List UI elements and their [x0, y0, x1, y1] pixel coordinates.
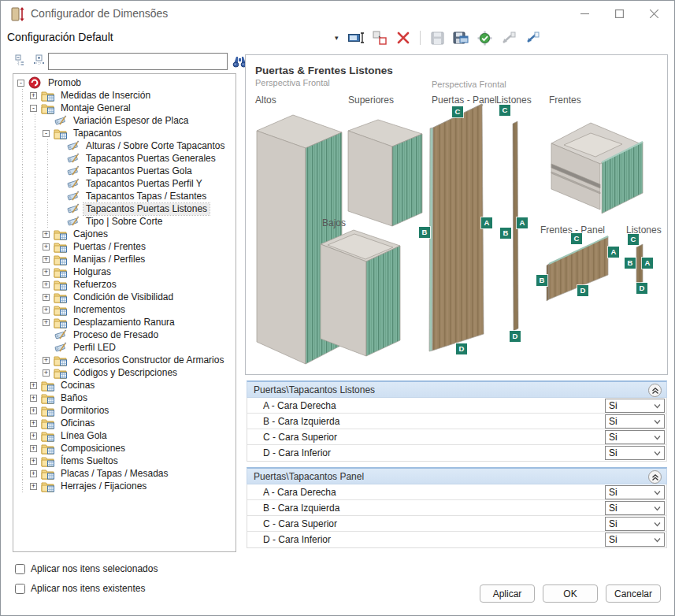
tree-item-herrajes-fijaciones[interactable]: +Herrajes / Fijaciones: [13, 480, 236, 492]
tree-item-label: Variación Espesor de Placa: [71, 115, 191, 127]
property-value-dropdown[interactable]: Si: [605, 517, 665, 531]
tree-item-puertas-frentes[interactable]: +Puertas / Frentes: [13, 240, 236, 253]
apply-selected-items-checkbox[interactable]: Aplicar nos itens selecionados: [15, 563, 158, 574]
tag-icon: [66, 152, 81, 165]
toolbar-separator: [420, 31, 421, 45]
tree-item-refuerzos[interactable]: +Refuerzos: [13, 278, 236, 291]
tree-item-ba-os[interactable]: +Baños: [13, 391, 236, 404]
folder-icon: [41, 379, 56, 391]
expand-all-icon[interactable]: [32, 54, 46, 68]
tree-item-label: Proceso de Fresado: [71, 329, 161, 341]
expand-toggle-icon[interactable]: +: [30, 395, 37, 402]
config-name-combobox[interactable]: Configuración Default: [7, 31, 113, 43]
checkbox-box[interactable]: [15, 584, 25, 594]
duplicate-config-button[interactable]: [371, 29, 388, 46]
collapse-section-button[interactable]: [648, 384, 662, 397]
property-value-dropdown[interactable]: Si: [605, 414, 665, 429]
expand-toggle-icon[interactable]: +: [30, 407, 37, 414]
edge-badge: B: [419, 227, 430, 238]
tree-item-placas-tapas-mesadas[interactable]: +Placas / Tapas / Mesadas: [13, 467, 236, 480]
tree-item-holguras[interactable]: +Holguras: [13, 265, 236, 278]
label-superiores: Superiores: [348, 95, 394, 106]
property-value-dropdown[interactable]: Si: [605, 430, 665, 444]
collapse-toggle-icon[interactable]: -: [17, 80, 24, 87]
tree-item-l-nea-gola[interactable]: +Línea Gola: [13, 429, 236, 442]
tree-item-tapacantos-puertas-generales[interactable]: Tapacantos Puertas Generales: [13, 152, 236, 165]
tree-search-input[interactable]: [48, 53, 228, 70]
tree-item-tapacantos-puertas-perfil-y[interactable]: Tapacantos Puertas Perfil Y: [13, 177, 236, 190]
expand-toggle-icon[interactable]: +: [30, 445, 37, 452]
property-value-dropdown[interactable]: Si: [605, 501, 665, 515]
property-value-dropdown[interactable]: Si: [605, 533, 665, 547]
expand-toggle-icon[interactable]: +: [43, 306, 50, 314]
tree-item-tapacantos[interactable]: -Tapacantos: [13, 127, 236, 139]
tree-item-cajones[interactable]: +Cajones: [13, 228, 236, 240]
property-value-dropdown[interactable]: Si: [605, 446, 665, 460]
expand-toggle-icon[interactable]: +: [43, 369, 50, 377]
expand-toggle-icon[interactable]: +: [43, 281, 50, 288]
tree-item-c-digos-y-descripciones[interactable]: +Códigos y Descripciones: [13, 366, 236, 379]
expand-toggle-icon[interactable]: +: [30, 458, 37, 465]
tree-item-condici-n-de-visibilidad[interactable]: +Condición de Visibilidad: [13, 291, 236, 303]
expand-toggle-icon[interactable]: +: [30, 382, 37, 389]
expand-toggle-icon[interactable]: +: [43, 269, 50, 276]
apply-button[interactable]: Aplicar: [480, 584, 535, 603]
expand-toggle-icon[interactable]: +: [30, 92, 37, 99]
ok-button[interactable]: OK: [543, 584, 598, 603]
rename-config-button[interactable]: [347, 29, 365, 46]
tree-item-oficinas[interactable]: +Oficinas: [13, 417, 236, 429]
edge-badge: A: [481, 217, 492, 228]
apply-config-button[interactable]: [476, 29, 493, 46]
tree-item-dormitorios[interactable]: +Dormitorios: [13, 404, 236, 417]
tree-item-incrementos[interactable]: +Incrementos: [13, 303, 236, 316]
tree-item-composiciones[interactable]: +Composiciones: [13, 442, 236, 455]
maximize-button[interactable]: [602, 1, 636, 26]
expand-toggle-icon[interactable]: +: [43, 294, 50, 301]
expand-toggle-icon[interactable]: +: [43, 357, 50, 364]
apply-existing-items-checkbox[interactable]: Aplicar nos itens existentes: [15, 583, 145, 594]
folder-icon: [41, 417, 56, 429]
import-config-button[interactable]: [523, 29, 540, 46]
property-value-dropdown[interactable]: Si: [605, 399, 665, 413]
property-label: A - Cara Derecha: [247, 400, 336, 411]
edge-badge: B: [625, 258, 636, 269]
expand-toggle-icon[interactable]: +: [30, 420, 37, 427]
expand-toggle-icon[interactable]: +: [30, 432, 37, 440]
tree-item-tapacantos-puertas-listones[interactable]: Tapacantos Puertas Listones: [13, 202, 236, 215]
expand-toggle-icon[interactable]: +: [43, 256, 50, 263]
tree-item-label: Accesorios Constructor de Armarios: [71, 354, 226, 366]
collapse-all-icon[interactable]: [15, 54, 28, 68]
tree-item-promob[interactable]: -Promob: [13, 76, 236, 89]
collapse-toggle-icon[interactable]: -: [43, 130, 50, 137]
tree-item-tipo-sobre-corte[interactable]: Tipo | Sobre Corte: [13, 215, 236, 228]
expand-toggle-icon[interactable]: +: [43, 231, 50, 238]
config-dropdown-caret[interactable]: ▾: [335, 34, 344, 43]
checkbox-box[interactable]: [15, 564, 25, 574]
delete-config-button[interactable]: [395, 29, 412, 46]
tree-item-alturas-sobre-corte-tapacantos[interactable]: Alturas / Sobre Corte Tapacantos: [13, 139, 236, 152]
tree-item-label: Cocinas: [58, 380, 97, 391]
collapse-toggle-icon[interactable]: -: [30, 105, 37, 112]
expand-toggle-icon[interactable]: +: [43, 319, 50, 326]
collapse-section-button[interactable]: [648, 470, 662, 484]
tree-item-medidas-de-inserci-n[interactable]: +Medidas de Inserción: [13, 89, 236, 102]
cancel-button[interactable]: Cancelar: [606, 584, 661, 603]
tree-item-proceso-de-fresado[interactable]: Proceso de Fresado: [13, 328, 236, 341]
tree-item-montaje-general[interactable]: -Montaje General: [13, 102, 236, 114]
minimize-button[interactable]: [567, 1, 602, 26]
save-config-button[interactable]: [452, 29, 469, 46]
expand-toggle-icon[interactable]: +: [30, 483, 37, 490]
tree-item-cocinas[interactable]: +Cocinas: [13, 379, 236, 391]
tree-item-desplazamiento-ranura[interactable]: +Desplazamiento Ranura: [13, 316, 236, 328]
property-value-dropdown[interactable]: Si: [605, 485, 665, 499]
tree-item-variaci-n-espesor-de-placa[interactable]: Variación Espesor de Placa: [13, 114, 236, 127]
tree-item-perfil-led[interactable]: Perfil LED: [13, 341, 236, 354]
tree-item-tapacantos-tapas-estantes[interactable]: Tapacantos Tapas / Estantes: [13, 190, 236, 202]
tree-item-accesorios-constructor-de-armarios[interactable]: +Accesorios Constructor de Armarios: [13, 354, 236, 366]
tree-item-manijas-perfiles[interactable]: +Manijas / Perfiles: [13, 253, 236, 265]
tree-item-tapacantos-puertas-gola[interactable]: Tapacantos Puertas Gola: [13, 165, 236, 177]
tree-item-tems-sueltos[interactable]: +Ítems Sueltos: [13, 455, 236, 467]
close-button[interactable]: [636, 1, 671, 26]
expand-toggle-icon[interactable]: +: [30, 470, 37, 477]
expand-toggle-icon[interactable]: +: [43, 243, 50, 250]
